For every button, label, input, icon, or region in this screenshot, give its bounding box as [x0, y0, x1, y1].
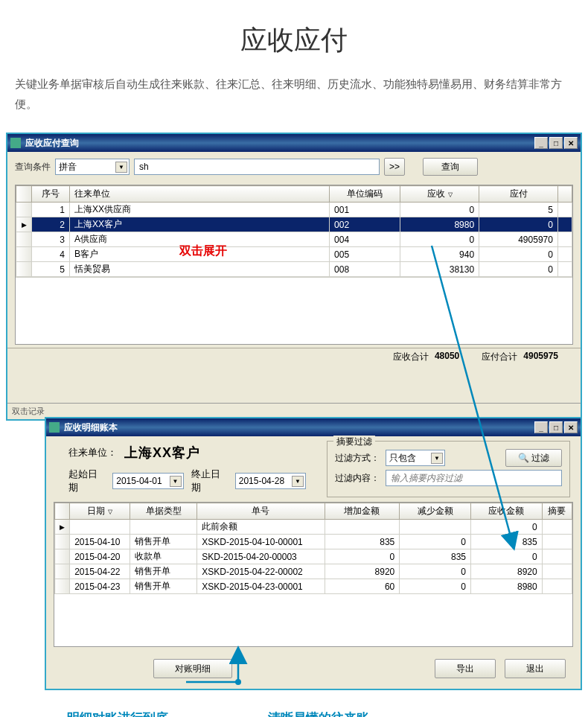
detail-window: 应收明细账本 _ □ ✕ 往来单位： 上海XX客户 起始日期 2015-04-0… [45, 417, 582, 690]
col-unit[interactable]: 往来单位 [69, 186, 329, 203]
table-row[interactable]: ▶此前余额0 [55, 520, 572, 535]
results-table: 序号 往来单位 单位编码 应收▽ 应付 1上海XX供应商00105▶2上海XX客… [16, 185, 572, 277]
sum-pay-label: 应付合计 [482, 351, 517, 363]
app-icon [49, 422, 60, 433]
start-date-input[interactable]: 2015-04-01 [112, 473, 183, 489]
page-description: 关键业务单据审核后自动生成往来账款、往来汇总、往来明细、历史流水、功能独特易懂易… [0, 74, 588, 133]
filter-content-input[interactable] [386, 470, 562, 486]
minimize-button[interactable]: _ [534, 421, 548, 433]
col-recv[interactable]: 应收▽ [400, 186, 479, 203]
export-button[interactable]: 导出 [435, 659, 496, 678]
window-title: 应收应付查询 [25, 137, 79, 150]
query-button[interactable]: 查询 [423, 158, 478, 176]
sort-indicator-icon: ▽ [448, 191, 453, 198]
titlebar: 应收明细账本 _ □ ✕ [46, 418, 581, 436]
query-input[interactable] [134, 159, 380, 175]
app-icon [10, 138, 21, 148]
col-dec[interactable]: 减少金额 [400, 503, 471, 520]
end-date-input[interactable]: 2015-04-28 [235, 473, 306, 489]
col-inc[interactable]: 增加金额 [325, 503, 400, 520]
filter-legend: 摘要过滤 [333, 436, 375, 448]
window-title: 应收明细账本 [64, 421, 118, 434]
sum-pay-value: 4905975 [523, 351, 558, 363]
table-row[interactable]: ▶2上海XX客户00289800 [16, 217, 572, 232]
col-no[interactable]: 序号 [32, 186, 70, 203]
col-billno[interactable]: 单号 [197, 503, 325, 520]
col-rowhead[interactable] [55, 503, 70, 520]
nav-next-button[interactable]: >> [384, 158, 405, 176]
close-button[interactable]: ✕ [564, 421, 578, 433]
table-row[interactable]: 5恬美贸易008381300 [16, 262, 572, 277]
col-scroll [557, 186, 572, 203]
close-button[interactable]: ✕ [564, 137, 578, 149]
detail-button[interactable]: 对账明细 [153, 659, 232, 678]
start-date-label: 起始日期 [68, 468, 105, 494]
detail-table: 日期▽ 单据类型 单号 增加金额 减少金额 应收金额 摘要 ▶此前余额02015… [54, 503, 572, 594]
table-row[interactable]: 2015-04-23销售开单XSKD-2015-04-23-0000160089… [55, 579, 572, 594]
col-type[interactable]: 单据类型 [130, 503, 197, 520]
table-row[interactable]: 2015-04-22销售开单XSKD-2015-04-22-0000289200… [55, 564, 572, 579]
filter-mode-label: 过滤方式： [335, 452, 380, 465]
query-label: 查询条件 [15, 161, 51, 173]
table-row[interactable]: 1上海XX供应商00105 [16, 203, 572, 217]
sum-recv-label: 应收合计 [393, 351, 429, 363]
table-row[interactable]: 4B客户0059400 [16, 247, 572, 262]
query-type-dropdown[interactable]: 拼音 [55, 159, 130, 175]
sort-indicator-icon: ▽ [108, 509, 112, 515]
col-memo[interactable]: 摘要 [542, 503, 572, 520]
query-toolbar: 查询条件 拼音 >> 查询 [7, 152, 581, 182]
search-icon: 🔍 [518, 453, 529, 463]
sum-recv-value: 48050 [435, 351, 459, 363]
unit-label: 往来单位： [68, 446, 117, 459]
col-rowhead[interactable] [16, 186, 32, 203]
maximize-button[interactable]: □ [549, 137, 563, 149]
filter-button[interactable]: 🔍 过滤 [505, 449, 562, 467]
col-bal[interactable]: 应收金额 [470, 503, 542, 520]
titlebar: 应收应付查询 _ □ ✕ [7, 134, 581, 152]
annotation-left: 明细对账进行到底 [67, 710, 168, 717]
page-title: 应收应付 [0, 0, 588, 74]
filter-content-label: 过滤内容： [335, 472, 380, 485]
annotation-right: 清晰易懂的往来账 [268, 710, 369, 717]
totals-footer: 应收合计 48050 应付合计 4905975 [7, 348, 581, 366]
table-row[interactable]: 2015-04-10销售开单XSKD-2015-04-10-0000183508… [55, 535, 572, 549]
col-code[interactable]: 单位编码 [330, 186, 400, 203]
filter-fieldset: 摘要过滤 过滤方式： 只包含 🔍 过滤 过滤内容： [327, 441, 570, 497]
filter-mode-dropdown[interactable]: 只包含 [386, 450, 445, 466]
minimize-button[interactable]: _ [534, 137, 548, 149]
exit-button[interactable]: 退出 [505, 659, 566, 678]
unit-value: 上海XX客户 [124, 444, 200, 462]
end-date-label: 终止日期 [191, 468, 228, 494]
col-date[interactable]: 日期▽ [70, 503, 130, 520]
maximize-button[interactable]: □ [549, 421, 563, 433]
col-pay[interactable]: 应付 [479, 186, 558, 203]
table-row[interactable]: 3A供应商00404905970 [16, 232, 572, 247]
table-row[interactable]: 2015-04-20收款单SKD-2015-04-20-0000308350 [55, 549, 572, 564]
query-window: 应收应付查询 _ □ ✕ 查询条件 拼音 >> 查询 序号 往来单位 单位编码 … [6, 133, 582, 421]
